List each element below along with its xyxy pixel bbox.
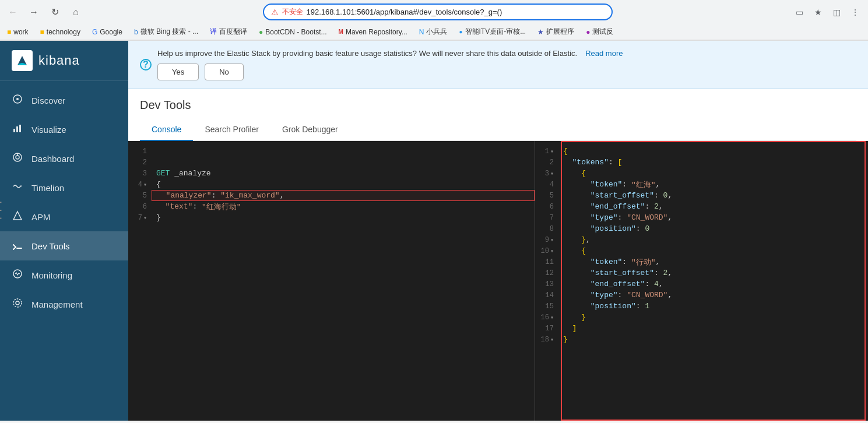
endpoint: _analyze (174, 169, 210, 178)
sidebar-item-timelion[interactable]: Timelion (0, 173, 128, 202)
text-value: "红海行动" (202, 202, 241, 212)
line-7: 7▾ (128, 212, 152, 223)
bookmark-test[interactable]: ● 测试反 (584, 26, 616, 38)
extensions-icon[interactable]: ◫ (828, 4, 845, 20)
bookmark-bing[interactable]: b 微软 Bing 搜索 - ... (132, 26, 201, 38)
reload-button[interactable]: ↻ (47, 4, 63, 20)
discover-icon (12, 94, 23, 107)
out-line-5: 5 (535, 190, 558, 201)
text-key: "text" (166, 202, 193, 211)
address-bar[interactable]: ⚠ 不安全 192.168.1.101:5601/app/kibana#/dev… (263, 3, 613, 20)
sidebar-item-apm[interactable]: APM (0, 202, 128, 231)
out-line-2: 2 (535, 157, 558, 168)
out-line-10: 10▾ (535, 245, 558, 256)
editor-code-content: GET _analyze { "analyzer" : (152, 141, 535, 421)
main-content: ? Help us improve the Elastic Stack by p… (128, 41, 868, 421)
app-title: kibana (38, 53, 80, 68)
sidebar-logo: kibana (0, 41, 128, 81)
out-line-6: 6 (535, 201, 558, 212)
tab-grok-debugger[interactable]: Grok Debugger (270, 119, 350, 141)
out-code-line-12: "start_offset" : 2 , (558, 267, 868, 279)
out-line-18: 18▾ (535, 334, 558, 345)
bookmark-work[interactable]: ■ work (5, 27, 31, 37)
out-line-17: 17 (535, 323, 558, 334)
sidebar-item-management[interactable]: Management (0, 290, 128, 319)
sidebar-label-discover: Discover (31, 96, 65, 105)
svg-point-1 (16, 98, 19, 100)
output-code: 1▾ 2 3▾ 4 5 6 7 8 9▾ 10▾ 11 12 1 (535, 141, 868, 421)
editor-line-3: GET _analyze (152, 168, 535, 179)
banner-text-row: Help us improve the Elastic Stack by pro… (157, 49, 623, 58)
sidebar-navigation: Discover Visualize (0, 81, 128, 421)
cast-icon[interactable]: ▭ (791, 4, 807, 20)
tab-search-profiler[interactable]: Search Profiler (193, 119, 270, 141)
bookmark-maven[interactable]: M Maven Repository... (336, 27, 410, 37)
bookmark-extensions[interactable]: ★ 扩展程序 (535, 26, 577, 38)
analyzer-value: "ik_max_word" (220, 191, 279, 200)
bookmark-icon[interactable]: ★ (810, 4, 826, 20)
out-line-11: 11 (535, 256, 558, 267)
sidebar-label-visualize: Visualize (31, 125, 66, 135)
editor-line-5: "analyzer" : "ik_max_word" , (152, 190, 535, 201)
bookmark-google[interactable]: G Google (90, 27, 125, 37)
sidebar-item-devtools[interactable]: Dev Tools (0, 231, 128, 260)
sidebar-label-dashboard: Dashboard (31, 154, 74, 164)
bookmark-bootcdn[interactable]: ● BootCDN - Bootst... (256, 27, 329, 37)
out-code-line-11: "token" : "行动" , (558, 256, 868, 267)
app-container: kibana Discover (0, 41, 868, 421)
out-line-16: 16▾ (535, 312, 558, 323)
forward-button[interactable]: → (26, 4, 42, 20)
bookmark-itv[interactable]: ● 智能ITV桌面-审核... (456, 26, 528, 38)
apm-icon (12, 210, 23, 223)
sidebar-item-monitoring[interactable]: Monitoring (0, 260, 128, 290)
info-banner: ? Help us improve the Elastic Stack by p… (128, 41, 868, 89)
back-button[interactable]: ← (5, 4, 21, 20)
browser-toolbar: ← → ↻ ⌂ ⚠ 不安全 192.168.1.101:5601/app/kib… (0, 0, 868, 24)
line-1: 1 (128, 146, 152, 157)
line-6: 6 (128, 201, 152, 212)
sidebar-item-dashboard[interactable]: Dashboard (0, 144, 128, 173)
bookmark-xiaobing[interactable]: N 小兵兵 (417, 26, 450, 38)
banner-read-more-link[interactable]: Read more (585, 49, 623, 58)
out-line-9: 9▾ (535, 234, 558, 245)
bookmarks-bar: ■ work ■ technology G Google b 微软 Bing 搜… (0, 24, 868, 40)
visualize-icon (12, 123, 23, 136)
sidebar-label-devtools: Dev Tools (31, 241, 70, 251)
editor-line-1 (152, 146, 535, 157)
out-code-line-17: ] (558, 323, 868, 334)
editor-line-7: } (152, 212, 535, 223)
line-2: 2 (128, 157, 152, 168)
output-line-numbers: 1▾ 2 3▾ 4 5 6 7 8 9▾ 10▾ 11 12 1 (535, 141, 558, 421)
tab-console[interactable]: Console (140, 119, 193, 141)
out-line-7: 7 (535, 212, 558, 223)
out-line-12: 12 (535, 267, 558, 279)
editor-panel[interactable]: 1 2 3 4▾ 5 6 7▾ GET (128, 141, 535, 421)
kibana-logo-icon (12, 50, 33, 71)
bookmark-technology[interactable]: ■ technology (38, 27, 83, 37)
editor-line-6: "text" : "红海行动" (152, 201, 535, 212)
out-line-13: 13 (535, 279, 558, 290)
devtools-icon (12, 239, 23, 252)
out-line-15: 15 (535, 301, 558, 312)
timelion-icon (12, 181, 23, 194)
svg-rect-3 (16, 126, 18, 132)
banner-no-button[interactable]: No (205, 64, 244, 80)
sidebar-item-discover[interactable]: Discover (0, 86, 128, 115)
home-button[interactable]: ⌂ (68, 4, 84, 20)
banner-text: Help us improve the Elastic Stack by pro… (157, 49, 577, 58)
out-line-14: 14 (535, 290, 558, 301)
output-content: { "tokens" : [ { (558, 141, 868, 421)
editor-line-numbers: 1 2 3 4▾ 5 6 7▾ (128, 141, 152, 421)
sidebar-item-visualize[interactable]: Visualize (0, 115, 128, 144)
svg-rect-4 (19, 125, 21, 132)
svg-marker-8 (13, 211, 22, 220)
bookmark-baidu[interactable]: 译 百度翻译 (208, 26, 249, 38)
out-code-line-16: } (558, 312, 868, 323)
sidebar-label-timelion: Timelion (31, 183, 64, 193)
menu-icon[interactable]: ⋮ (847, 4, 863, 20)
sidebar: kibana Discover (0, 41, 128, 421)
banner-yes-button[interactable]: Yes (157, 64, 199, 80)
page-title: Dev Tools (140, 98, 856, 112)
banner-content: Help us improve the Elastic Stack by pro… (157, 49, 623, 80)
svg-point-6 (16, 156, 19, 159)
